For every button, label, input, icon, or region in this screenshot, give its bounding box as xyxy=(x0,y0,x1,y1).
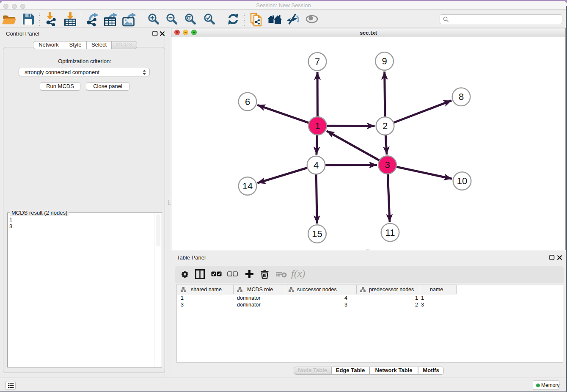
svg-text:3: 3 xyxy=(385,160,390,170)
svg-text:9: 9 xyxy=(382,56,387,66)
svg-text:2: 2 xyxy=(383,121,388,131)
svg-text:11: 11 xyxy=(385,227,395,238)
svg-text:7: 7 xyxy=(315,56,320,67)
svg-text:1: 1 xyxy=(315,121,320,131)
svg-text:8: 8 xyxy=(459,91,464,102)
svg-text:6: 6 xyxy=(245,97,250,107)
svg-text:14: 14 xyxy=(242,181,253,191)
svg-text:4: 4 xyxy=(314,160,319,171)
svg-text:10: 10 xyxy=(457,176,467,186)
svg-text:15: 15 xyxy=(312,229,322,239)
